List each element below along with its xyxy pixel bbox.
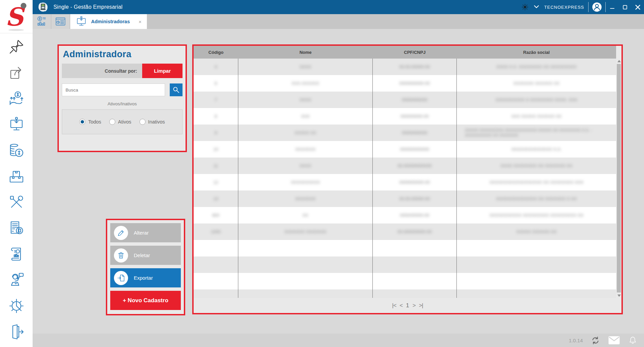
sidebar-item-share[interactable] (8, 65, 25, 81)
maximize-button[interactable] (618, 0, 631, 14)
last-page-button[interactable]: >| (419, 302, 423, 309)
table-row[interactable]: 7 XXXX 00000000/00 XXXXXXXXXX X XXXXXXXX… (194, 92, 616, 108)
table-row[interactable]: 13 XXXXXXX 00.00.00000-00 XXXXXXXXXXXXXX… (194, 190, 616, 207)
tab-active[interactable]: Administradoras × (70, 14, 147, 29)
user-avatar[interactable] (592, 2, 602, 12)
empty-row (194, 289, 616, 298)
titlebar-divider (588, 2, 589, 12)
table-row[interactable]: 4 XXXX 00.00.00000-00 XXXX X.X. XXXXXXXX… (194, 59, 616, 75)
consult-bar: Consultar por: Limpar (62, 64, 183, 78)
table-row[interactable]: 11 XXXX 00.000000000/00 XXXX XXXXXXXX XX… (194, 158, 616, 174)
scroll-up-icon[interactable] (616, 59, 621, 63)
chevron-down-icon[interactable] (533, 5, 539, 9)
window-title: Single - Gestão Empresarial (53, 4, 123, 10)
radio-label: Ativos (118, 119, 131, 125)
tools-icon (8, 194, 25, 210)
radio-dot (139, 119, 146, 125)
money-hand-icon (8, 91, 25, 107)
table-row[interactable]: 6 XXX-XXXXXX 0000000000-00 XXXXXXX XXXXX… (194, 75, 616, 92)
bell-icon[interactable] (628, 336, 637, 345)
refresh-icon[interactable] (591, 336, 600, 345)
pagination: |<<1>>| (194, 298, 621, 313)
status-radio-group: Todos Ativos Inativos (62, 109, 183, 134)
minimize-button[interactable] (606, 0, 618, 14)
alterar-button[interactable]: Alterar (110, 223, 181, 242)
scrollbar-thumb[interactable] (617, 64, 621, 292)
action-label: Deletar (134, 252, 150, 258)
column-header: Nome (238, 46, 373, 59)
prev-page-button[interactable]: < (400, 302, 403, 309)
table-row[interactable]: 10 XXXXXXX 000000000000 XXXXXXXXXXXXXX X… (194, 141, 616, 158)
next-page-button[interactable]: > (412, 302, 415, 309)
table-header: CódigoNomeCPF/CNPJRazão social (194, 46, 616, 59)
scroll-down-icon[interactable] (616, 293, 621, 298)
sidebar-item-invoice[interactable] (8, 220, 25, 236)
sidebar-item-money-hand[interactable] (8, 91, 25, 107)
consult-label: Consultar por: (62, 68, 142, 74)
first-page-button[interactable]: |< (392, 302, 396, 309)
invoice-icon (8, 220, 25, 236)
sidebar-item-boxes[interactable] (8, 168, 25, 184)
sidebar: S (0, 0, 33, 347)
grid-panel: CódigoNomeCPF/CNPJRazão social 4 XXXX 00… (192, 44, 623, 314)
company-name: TECNOEXPRESS (544, 5, 584, 10)
sidebar-item-coins[interactable] (8, 142, 25, 159)
sidebar-item-logout[interactable] (8, 324, 25, 340)
logout-icon (8, 324, 25, 340)
monitor-user-icon (8, 116, 25, 133)
sidebar-item-monitor-user[interactable] (8, 116, 25, 133)
radio-label: Todos (88, 119, 101, 125)
column-header: Código (194, 46, 238, 59)
sidebar-item-support[interactable] (8, 272, 25, 288)
title-bar: Single - Gestão Empresarial TECNOEXPRESS (33, 0, 644, 14)
export-icon (114, 271, 128, 285)
table-scrollbar[interactable] (616, 59, 621, 298)
sidebar-item-tools[interactable] (8, 194, 25, 210)
column-header: Razão social (457, 46, 616, 59)
tab-coin-chart[interactable] (33, 14, 51, 29)
single-logo: S (0, 0, 33, 33)
radio-ativos[interactable]: Ativos (109, 119, 131, 125)
sidebar-icons (8, 39, 25, 340)
filter-panel: Administradora Consultar por: Limpar Ati… (57, 44, 187, 152)
search-input[interactable] (62, 83, 165, 96)
table-row[interactable]: 600 XX 0000/00000-00 XXXXXXXXXXX XXXXXXX… (194, 207, 616, 223)
monitor-user-icon (76, 16, 87, 27)
page-title: Administradora (63, 49, 183, 60)
close-button[interactable] (631, 0, 644, 14)
table-body: 4 XXXX 00.00.00000-00 XXXX X.X. XXXXXXXX… (194, 59, 616, 298)
theme-sun-icon[interactable] (521, 3, 529, 11)
table-row[interactable]: 1000 XXXXXXX XXXXXXX 00.000000000-00 XXX… (194, 223, 616, 240)
table-row[interactable]: 8 XXX 000000000-00 XXX XXXXX XXXXXX XX (194, 108, 616, 125)
limpar-button[interactable]: Limpar (142, 64, 183, 78)
search-button[interactable] (170, 83, 183, 96)
tab-label: Administradoras (91, 19, 130, 24)
radio-dot (109, 119, 115, 125)
list-card-icon (55, 16, 66, 27)
radio-label: Inativos (148, 119, 165, 125)
report-icon (8, 246, 25, 262)
sidebar-item-gear-pie[interactable] (8, 298, 25, 314)
tab-list-card[interactable] (51, 14, 70, 29)
radio-inativos[interactable]: Inativos (139, 119, 165, 125)
tab-bar: Administradoras × (33, 14, 644, 29)
mail-icon[interactable] (608, 335, 620, 345)
tab-close-icon[interactable]: × (138, 19, 142, 25)
radio-todos[interactable]: Todos (79, 119, 101, 125)
table-row[interactable]: 9 XXXXX XX 00000000/00 XXXXX XXXXXXXXX X… (194, 125, 616, 141)
search-icon (172, 85, 180, 94)
sidebar-item-pin[interactable] (8, 39, 25, 55)
deletar-button[interactable]: Deletar (110, 246, 181, 265)
sidebar-item-report[interactable] (8, 246, 25, 262)
table-row[interactable]: 12 XXXXXXXXXX 0000000000-00 XXXXXXXXXXXX… (194, 174, 616, 190)
action-label: Alterar (134, 230, 149, 236)
pin-icon (8, 39, 25, 55)
current-page-button[interactable]: 1 (406, 302, 409, 309)
exportar-button[interactable]: Exportar (110, 268, 181, 287)
empty-row (194, 273, 616, 289)
action-label: Exportar (134, 275, 153, 281)
novo-cadastro-button[interactable]: + Novo Cadastro (110, 291, 181, 310)
empty-row (194, 240, 616, 256)
app-window: Single - Gestão Empresarial TECNOEXPRESS (0, 0, 644, 347)
radio-dot (79, 119, 85, 125)
